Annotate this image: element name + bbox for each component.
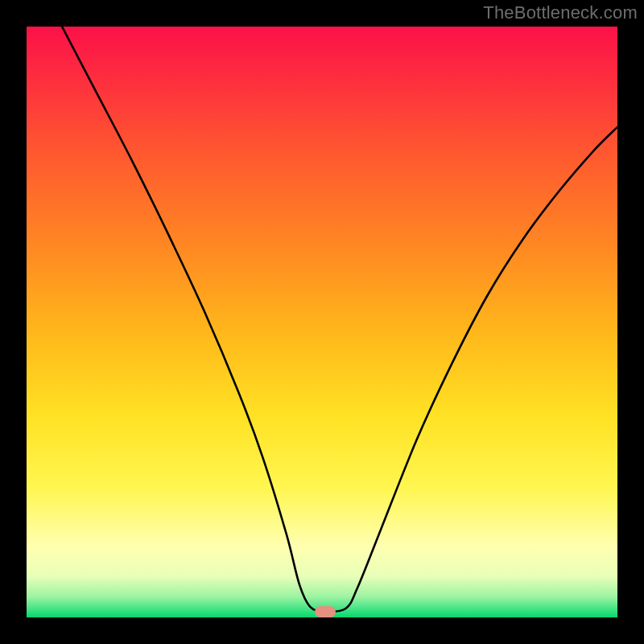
optimal-point-marker [315, 606, 336, 617]
watermark-text: TheBottleneck.com [483, 2, 638, 23]
bottleneck-curve [27, 27, 617, 617]
plot-area [27, 27, 617, 617]
chart-frame: TheBottleneck.com [0, 0, 644, 644]
